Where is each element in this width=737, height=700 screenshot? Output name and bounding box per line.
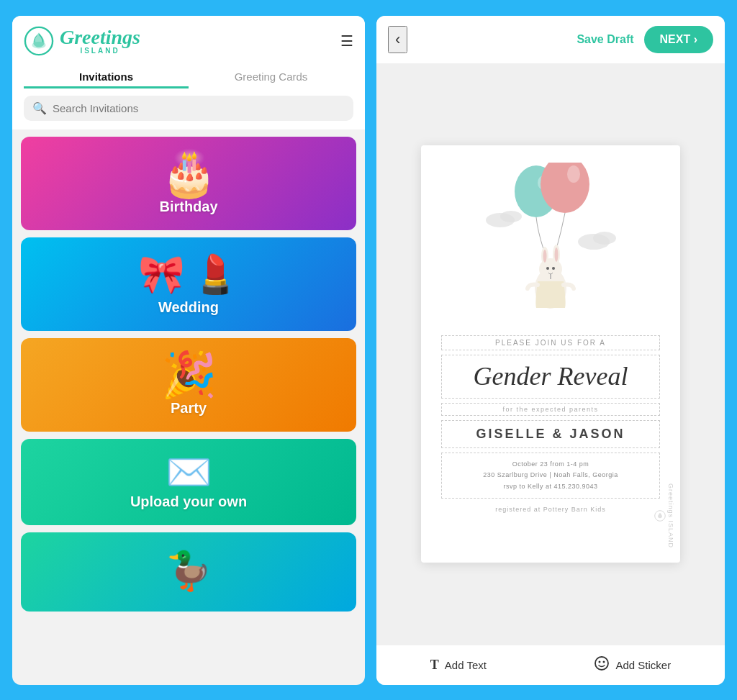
header-actions: Save Draft NEXT › bbox=[577, 26, 713, 53]
registered-text: registered at Pottery Barn Kids bbox=[495, 506, 606, 513]
right-header: ‹ Save Draft NEXT › bbox=[376, 16, 725, 63]
right-footer: T Add Text Add Sticker bbox=[376, 645, 725, 685]
birthday-label: Birthday bbox=[159, 199, 217, 215]
category-wedding[interactable]: 🎀 💄 Wedding bbox=[21, 237, 356, 331]
watermark: Greetings ISLAND bbox=[654, 483, 674, 548]
party-icon: 🎉 bbox=[161, 353, 217, 397]
text-icon: T bbox=[430, 658, 439, 673]
details-text: October 23 from 1-4 pm 230 Szarlburg Dri… bbox=[451, 459, 651, 492]
svg-point-21 bbox=[603, 660, 605, 663]
wedding-label: Wedding bbox=[158, 299, 219, 316]
add-sticker-button[interactable]: Add Sticker bbox=[594, 655, 671, 675]
hamburger-menu[interactable]: ☰ bbox=[340, 32, 353, 50]
logo-main-text: Greetings bbox=[60, 27, 140, 47]
svg-point-17 bbox=[552, 267, 555, 270]
add-text-button[interactable]: T Add Text bbox=[430, 658, 487, 673]
tab-bar: Invitations Greeting Cards bbox=[24, 63, 353, 88]
party-label: Party bbox=[171, 400, 207, 417]
logo-row: Greetings ISLAND ☰ bbox=[24, 26, 353, 63]
logo-icon bbox=[24, 26, 54, 56]
categories-list: 🎂 Birthday 🎀 💄 Wedding 🎉 Party ✉️ Upload… bbox=[12, 129, 365, 685]
svg-point-20 bbox=[599, 660, 601, 663]
left-panel: Greetings ISLAND ☰ Invitations Greeting … bbox=[12, 16, 365, 685]
details-box: October 23 from 1-4 pm 230 Szarlburg Dri… bbox=[441, 453, 660, 499]
logo-area: Greetings ISLAND bbox=[24, 26, 140, 56]
search-icon: 🔍 bbox=[32, 101, 47, 115]
right-panel: ‹ Save Draft NEXT › bbox=[376, 16, 725, 685]
svg-point-14 bbox=[543, 250, 547, 263]
names-text: GISELLE & JASON bbox=[448, 427, 654, 442]
upload-label: Upload your own bbox=[130, 494, 247, 510]
lipstick-icon: 💄 bbox=[192, 253, 239, 296]
search-bar: 🔍 bbox=[12, 88, 365, 129]
balloons-svg bbox=[479, 163, 623, 328]
search-input[interactable] bbox=[53, 102, 345, 114]
balloons-area bbox=[441, 163, 660, 335]
category-upload[interactable]: ✉️ Upload your own bbox=[21, 439, 356, 525]
card-preview-area: PLEASE JOIN US FOR A Gender Reveal for t… bbox=[376, 63, 725, 645]
save-draft-button[interactable]: Save Draft bbox=[577, 33, 633, 46]
category-birthday[interactable]: 🎂 Birthday bbox=[21, 137, 356, 230]
tab-greeting-cards[interactable]: Greeting Cards bbox=[189, 63, 353, 88]
watermark-icon bbox=[654, 510, 666, 522]
names-box: GISELLE & JASON bbox=[441, 420, 660, 448]
category-baby[interactable]: 🦆 bbox=[21, 532, 356, 612]
card-text-area: PLEASE JOIN US FOR A Gender Reveal for t… bbox=[441, 335, 660, 513]
baby-icon: 🦆 bbox=[166, 552, 212, 589]
logo-text: Greetings ISLAND bbox=[60, 27, 140, 55]
gender-reveal-box: Gender Reveal bbox=[441, 355, 660, 399]
header: Greetings ISLAND ☰ Invitations Greeting … bbox=[12, 16, 365, 88]
back-button[interactable]: ‹ bbox=[388, 26, 407, 53]
logo-sub-text: ISLAND bbox=[60, 47, 140, 55]
next-button[interactable]: NEXT › bbox=[644, 26, 713, 53]
invitation-card: PLEASE JOIN US FOR A Gender Reveal for t… bbox=[421, 145, 680, 563]
back-icon: ‹ bbox=[395, 30, 400, 48]
birthday-icon: 🎂 bbox=[161, 151, 217, 196]
svg-point-3 bbox=[500, 211, 522, 222]
svg-point-19 bbox=[595, 657, 608, 670]
svg-point-16 bbox=[546, 267, 549, 270]
svg-point-15 bbox=[555, 247, 559, 262]
svg-point-9 bbox=[567, 165, 580, 183]
search-input-wrap[interactable]: 🔍 bbox=[24, 96, 353, 121]
wedding-icons: 🎀 💄 bbox=[138, 253, 239, 296]
bowtie-icon: 🎀 bbox=[138, 253, 185, 296]
gender-reveal-title: Gender Reveal bbox=[451, 361, 651, 392]
sticker-icon bbox=[594, 655, 610, 675]
upload-icon: ✉️ bbox=[166, 453, 212, 491]
category-party[interactable]: 🎉 Party bbox=[21, 338, 356, 432]
please-join-text: PLEASE JOIN US FOR A bbox=[441, 335, 660, 350]
tab-invitations[interactable]: Invitations bbox=[24, 63, 189, 88]
for-expected-text: for the expected parents bbox=[441, 403, 660, 416]
svg-point-5 bbox=[593, 232, 616, 245]
